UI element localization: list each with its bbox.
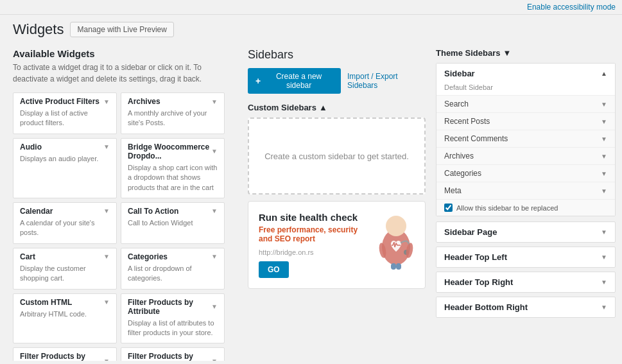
manage-live-preview-button[interactable]: Manage with Live Preview: [70, 22, 173, 37]
svg-rect-3: [391, 263, 396, 270]
sidebars-title: Sidebars: [248, 48, 426, 62]
collapse-icon: ▲: [601, 70, 607, 77]
custom-sidebars-toggle-icon: ▲: [319, 103, 327, 112]
widget-filter-by-attribute[interactable]: Filter Products by Attribute ▼ Display a…: [121, 293, 225, 344]
expand-icon: ▼: [601, 254, 607, 261]
widget-arrow-icon: ▼: [103, 98, 110, 105]
main-content: Available Widgets To activate a widget d…: [0, 42, 622, 361]
sidebar-section-main: Sidebar ▲ Default Sidebar Search ▼ Recen…: [436, 63, 616, 216]
widget-call-to-action[interactable]: Call To Action ▼ Call to Action Widget: [121, 202, 225, 244]
sidebar-widget-categories[interactable]: Categories ▼: [436, 164, 615, 182]
sidebar-widget-recent-posts[interactable]: Recent Posts ▼: [436, 112, 615, 130]
widget-custom-html[interactable]: Custom HTML ▼ Arbitrary HTML code.: [13, 293, 117, 344]
header-top-left-row[interactable]: Header Top Left ▼: [436, 247, 616, 268]
widget-filter-by-price[interactable]: Filter Products by Price ▼ Display a sli…: [13, 347, 117, 361]
expand-widget-icon: ▼: [601, 101, 607, 108]
svg-point-1: [386, 216, 406, 236]
page-title: Widgets: [13, 21, 64, 38]
widget-arrow-icon: ▼: [103, 143, 110, 150]
widget-arrow-icon: ▼: [103, 299, 110, 306]
health-check-url: http://bridge.on.rs: [259, 248, 363, 256]
health-check-widget: Run site health check Free performance, …: [248, 201, 426, 289]
allow-replace-checkbox[interactable]: [444, 204, 453, 212]
widget-arrow-icon: ▼: [211, 303, 218, 310]
theme-sidebars-toggle-icon: ▼: [503, 48, 511, 58]
sidebar-widget-meta[interactable]: Meta ▼: [436, 182, 615, 199]
available-widgets-desc: To activate a widget drag it to a sideba…: [13, 62, 225, 85]
expand-icon: ▼: [601, 229, 607, 236]
expand-icon: ▼: [601, 279, 607, 286]
widget-arrow-icon: ▼: [103, 207, 110, 214]
widget-cart[interactable]: Cart ▼ Display the customer shopping car…: [13, 248, 117, 290]
custom-sidebar-drop-zone: Create a custom sidebar to get started.: [248, 117, 426, 195]
sidebar-section-subtitle: Default Sidebar: [436, 83, 615, 95]
expand-widget-icon: ▼: [601, 187, 607, 195]
theme-sidebars-panel: Theme Sidebars ▼ Sidebar ▲ Default Sideb…: [436, 42, 622, 361]
widget-arrow-icon: ▼: [103, 358, 110, 361]
svg-rect-4: [396, 263, 401, 270]
widget-active-product-filters[interactable]: Active Product Filters ▼ Display a list …: [13, 92, 117, 134]
custom-sidebars-header: Custom Sidebars ▲: [248, 103, 426, 112]
expand-icon: ▼: [601, 304, 607, 311]
header-top-right-row[interactable]: Header Top Right ▼: [436, 272, 616, 293]
top-bar: Enable accessibility mode: [0, 0, 622, 15]
widget-calendar[interactable]: Calendar ▼ A calendar of your site's pos…: [13, 202, 117, 244]
widget-arrow-icon: ▼: [211, 148, 218, 155]
sidebars-panel: Sidebars + Create a new sidebar Import /…: [238, 42, 436, 361]
allow-replace-checkbox-row: Allow this sidebar to be replaced: [436, 199, 615, 216]
sidebars-actions: + Create a new sidebar Import / Export S…: [248, 68, 426, 94]
widget-bridge-woocommerce[interactable]: Bridge Woocommerce Dropdo... ▼ Display a…: [121, 138, 225, 198]
widget-arrow-icon: ▼: [211, 253, 218, 260]
widget-filter-by-rating[interactable]: Filter Products by Rating ▼ Display a li…: [121, 347, 225, 361]
sidebar-page-row[interactable]: Sidebar Page ▼: [436, 221, 616, 243]
sidebar-widget-recent-comments[interactable]: Recent Comments ▼: [436, 130, 615, 147]
health-check-title: Run site health check: [259, 212, 363, 223]
page-wrapper: Widgets Manage with Live Preview Availab…: [0, 15, 622, 361]
widget-categories[interactable]: Categories ▼ A list or dropdown of categ…: [121, 248, 225, 290]
theme-sidebars-header: Theme Sidebars ▼: [436, 48, 616, 58]
import-export-link[interactable]: Import / Export Sidebars: [347, 72, 426, 90]
health-check-graphic: [374, 212, 419, 279]
widget-arrow-icon: ▼: [211, 207, 218, 214]
expand-widget-icon: ▼: [601, 135, 607, 143]
available-widgets-panel: Available Widgets To activate a widget d…: [0, 42, 238, 361]
header-bottom-right-row[interactable]: Header Bottom Right ▼: [436, 297, 616, 318]
page-header: Widgets Manage with Live Preview: [0, 15, 622, 42]
widget-arrow-icon: ▼: [211, 358, 218, 361]
allow-replace-label: Allow this sidebar to be replaced: [456, 204, 558, 212]
sidebar-widget-search[interactable]: Search ▼: [436, 95, 615, 112]
available-widgets-title: Available Widgets: [13, 48, 225, 59]
health-check-go-button[interactable]: GO: [259, 261, 289, 278]
expand-widget-icon: ▼: [601, 118, 607, 125]
widgets-grid: Active Product Filters ▼ Display a list …: [13, 92, 225, 361]
plus-icon: +: [255, 76, 261, 86]
sidebar-section-main-header[interactable]: Sidebar ▲: [436, 64, 615, 83]
widget-audio[interactable]: Audio ▼ Displays an audio player.: [13, 138, 117, 198]
sidebar-widget-archives[interactable]: Archives ▼: [436, 147, 615, 164]
accessibility-link[interactable]: Enable accessibility mode: [527, 3, 616, 12]
expand-widget-icon: ▼: [601, 153, 607, 160]
create-sidebar-button[interactable]: + Create a new sidebar: [248, 68, 341, 94]
widget-archives[interactable]: Archives ▼ A monthly archive of your sit…: [121, 92, 225, 134]
health-check-desc: Free performance, security and SEO repor…: [259, 225, 363, 243]
widget-arrow-icon: ▼: [103, 253, 110, 260]
widget-arrow-icon: ▼: [211, 98, 218, 105]
expand-widget-icon: ▼: [601, 170, 607, 177]
